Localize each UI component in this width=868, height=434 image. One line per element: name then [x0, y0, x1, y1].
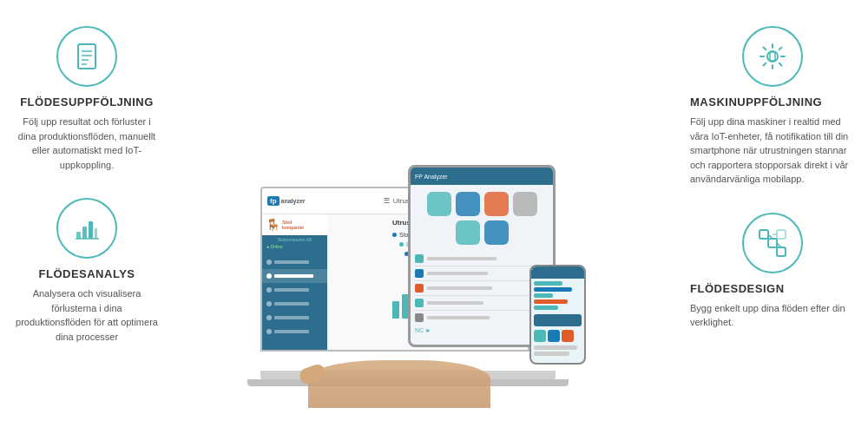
flodesuppfoljning-desc: Följ upp resultat och förluster i dina p…: [13, 115, 161, 172]
main-container: FLÖDESUPPFÖLJNING Följ upp resultat och …: [0, 0, 868, 434]
maskinuppfoljning-desc: Följ upp dina maskiner i realtid med vår…: [690, 115, 855, 187]
flodesdesign-icon: [742, 213, 803, 273]
feature-maskinuppfoljning: MASKINUPPFÖLJNING Följ upp dina maskiner…: [690, 26, 855, 187]
device-mockup: fp analyzer ☰ Utrustningsstruktur: [260, 26, 590, 408]
feature-flodesuppfoljning: FLÖDESUPPFÖLJNING Följ upp resultat och …: [13, 26, 161, 172]
svg-point-10: [767, 51, 778, 62]
feature-flodesdesign: FLÖDESDESIGN Bygg enkelt upp dina flöden…: [690, 213, 855, 330]
tablet-icon-5: [456, 220, 480, 245]
laptop-sidebar: 🪑 Stol kompaniet Stolkompaniet AB ● Onli…: [262, 214, 327, 350]
flodesanalys-desc: Analysera och visualisera förlusterna i …: [13, 286, 161, 344]
feature-flodesanalys: FLÖDESANALYS Analysera och visualisera f…: [13, 198, 161, 344]
phone-content: [531, 279, 584, 358]
svg-rect-6: [82, 227, 87, 239]
maskinuppfoljning-title: MASKINUPPFÖLJNING: [690, 95, 822, 108]
svg-rect-13: [768, 239, 777, 247]
maskinuppfoljning-icon: [742, 26, 803, 87]
svg-rect-11: [770, 52, 775, 61]
tablet-icons: [411, 185, 553, 252]
tablet-icon-4: [513, 192, 537, 216]
tablet-icon-3: [484, 192, 509, 216]
phone-screen: [529, 265, 586, 365]
flodesuppfoljning-title: FLÖDESUPPFÖLJNING: [20, 95, 154, 108]
phone-header: [531, 266, 584, 279]
svg-rect-17: [777, 230, 786, 239]
svg-rect-8: [95, 228, 97, 239]
flodesdesign-title: FLÖDESDESIGN: [690, 282, 785, 295]
tablet-header: FP Analyzer: [411, 168, 553, 185]
tablet-icon-2: [456, 192, 480, 216]
svg-rect-5: [76, 232, 81, 239]
tablet-icon-6: [484, 220, 509, 245]
flodesanalys-title: FLÖDESANALYS: [39, 267, 135, 280]
stol-logo: 🪑 Stol kompaniet: [262, 214, 327, 235]
phone-device: [529, 265, 595, 378]
hand-graphic: [308, 360, 490, 408]
svg-rect-0: [78, 44, 95, 69]
svg-rect-12: [760, 230, 768, 239]
flodesuppfoljning-icon: [56, 26, 117, 87]
fp-logo: fp analyzer: [267, 196, 306, 206]
center-column: fp analyzer ☰ Utrustningsstruktur: [174, 0, 677, 434]
right-column: MASKINUPPFÖLJNING Följ upp dina maskiner…: [677, 0, 868, 434]
tablet-icon-1: [427, 192, 451, 216]
left-column: FLÖDESUPPFÖLJNING Följ upp resultat och …: [0, 0, 174, 434]
svg-rect-7: [89, 221, 93, 239]
svg-rect-14: [777, 247, 786, 256]
flodesdesign-desc: Bygg enkelt upp dina flöden efter din ve…: [690, 301, 855, 330]
flodesanalys-icon: [56, 198, 117, 259]
